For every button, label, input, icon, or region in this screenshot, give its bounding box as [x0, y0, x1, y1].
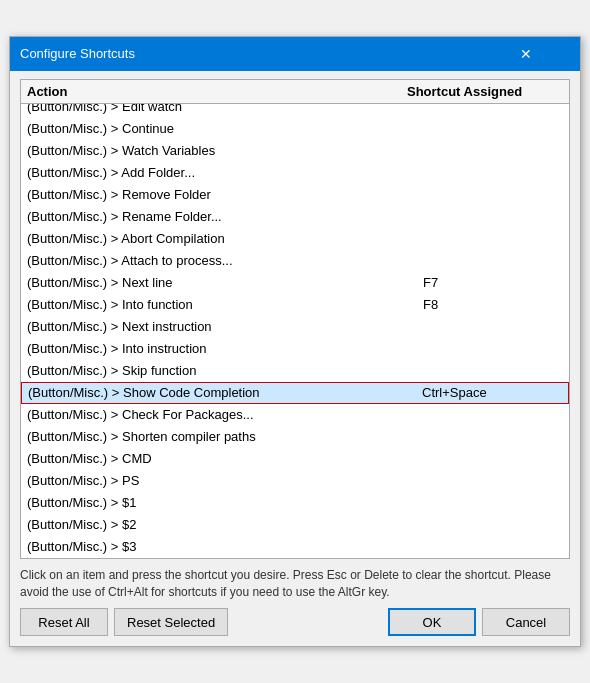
ok-button[interactable]: OK — [388, 608, 476, 636]
table-header: Action Shortcut Assigned — [21, 80, 569, 104]
close-button[interactable]: ✕ — [482, 43, 570, 65]
table-row[interactable]: (Button/Misc.) > Rename Folder... — [21, 206, 569, 228]
table-row[interactable]: (Button/Misc.) > $3 — [21, 536, 569, 558]
row-shortcut: F7 — [423, 275, 563, 290]
row-action: (Button/Misc.) > Into function — [27, 297, 423, 312]
row-action: (Button/Misc.) > Attach to process... — [27, 253, 423, 268]
table-row[interactable]: (Button/Misc.) > Next instruction — [21, 316, 569, 338]
table-row[interactable]: (Button/Misc.) > Attach to process... — [21, 250, 569, 272]
dialog-content: Action Shortcut Assigned (Button/Misc.) … — [10, 71, 580, 647]
row-shortcut: F8 — [423, 297, 563, 312]
left-buttons: Reset All Reset Selected — [20, 608, 228, 636]
header-action: Action — [27, 84, 407, 99]
table-row[interactable]: (Button/Misc.) > Add Folder... — [21, 162, 569, 184]
row-action: (Button/Misc.) > $3 — [27, 539, 423, 554]
row-action: (Button/Misc.) > Abort Compilation — [27, 231, 423, 246]
shortcuts-table: Action Shortcut Assigned (Button/Misc.) … — [20, 79, 570, 559]
row-action: (Button/Misc.) > Continue — [27, 121, 423, 136]
row-action: (Button/Misc.) > Into instruction — [27, 341, 423, 356]
table-row[interactable]: (Button/Misc.) > Into instruction — [21, 338, 569, 360]
row-action: (Button/Misc.) > Add Folder... — [27, 165, 423, 180]
row-action: (Button/Misc.) > $2 — [27, 517, 423, 532]
row-action: (Button/Misc.) > Next instruction — [27, 319, 423, 334]
button-row: Reset All Reset Selected OK Cancel — [20, 608, 570, 636]
configure-shortcuts-dialog: Configure Shortcuts ✕ Action Shortcut As… — [9, 36, 581, 648]
table-row[interactable]: (Button/Misc.) > PS — [21, 470, 569, 492]
row-action: (Button/Misc.) > CMD — [27, 451, 423, 466]
table-row[interactable]: (Button/Misc.) > Next lineF7 — [21, 272, 569, 294]
table-row[interactable]: (Button/Misc.) > Continue — [21, 118, 569, 140]
row-action: (Button/Misc.) > $1 — [27, 495, 423, 510]
table-row[interactable]: (Button/Misc.) > Into functionF8 — [21, 294, 569, 316]
table-row[interactable]: (Button/Misc.) > Watch Variables — [21, 140, 569, 162]
table-body[interactable]: (Button/Misc.) > View CPU window(Button/… — [21, 104, 569, 558]
table-row[interactable]: (Button/Misc.) > $2 — [21, 514, 569, 536]
row-action: (Button/Misc.) > Edit watch — [27, 104, 423, 115]
cancel-button[interactable]: Cancel — [482, 608, 570, 636]
row-action: (Button/Misc.) > Rename Folder... — [27, 209, 423, 224]
row-action: (Button/Misc.) > Watch Variables — [27, 143, 423, 158]
row-action: (Button/Misc.) > Check For Packages... — [27, 407, 423, 422]
right-buttons: OK Cancel — [388, 608, 570, 636]
table-row[interactable]: (Button/Misc.) > Check For Packages... — [21, 404, 569, 426]
header-scroll-spacer — [547, 84, 563, 99]
table-row[interactable]: (Button/Misc.) > CMD — [21, 448, 569, 470]
row-action: (Button/Misc.) > PS — [27, 473, 423, 488]
row-action: (Button/Misc.) > Show Code Completion — [28, 385, 422, 400]
hint-text: Click on an item and press the shortcut … — [20, 567, 570, 601]
row-action: (Button/Misc.) > Shorten compiler paths — [27, 429, 423, 444]
table-row[interactable]: (Button/Misc.) > Edit watch — [21, 104, 569, 118]
reset-selected-button[interactable]: Reset Selected — [114, 608, 228, 636]
reset-all-button[interactable]: Reset All — [20, 608, 108, 636]
table-row[interactable]: (Button/Misc.) > Skip function — [21, 360, 569, 382]
row-action: (Button/Misc.) > Remove Folder — [27, 187, 423, 202]
title-bar: Configure Shortcuts ✕ — [10, 37, 580, 71]
header-shortcut: Shortcut Assigned — [407, 84, 547, 99]
row-shortcut: Ctrl+Space — [422, 385, 562, 400]
table-row[interactable]: (Button/Misc.) > Shorten compiler paths — [21, 426, 569, 448]
row-action: (Button/Misc.) > Skip function — [27, 363, 423, 378]
table-row[interactable]: (Button/Misc.) > Abort Compilation — [21, 228, 569, 250]
table-row[interactable]: (Button/Misc.) > $1 — [21, 492, 569, 514]
dialog-title: Configure Shortcuts — [20, 46, 135, 61]
row-action: (Button/Misc.) > Next line — [27, 275, 423, 290]
table-row[interactable]: (Button/Misc.) > Show Code CompletionCtr… — [21, 382, 569, 404]
table-row[interactable]: (Button/Misc.) > Remove Folder — [21, 184, 569, 206]
